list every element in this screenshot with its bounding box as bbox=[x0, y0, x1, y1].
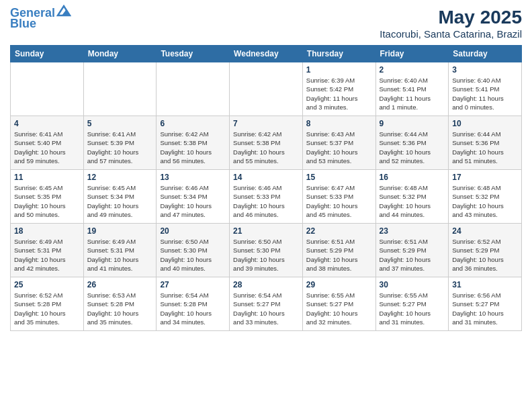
day-number: 29 bbox=[306, 280, 372, 289]
day-number: 19 bbox=[87, 226, 153, 236]
col-sunday: Sunday bbox=[11, 46, 84, 62]
day-info: Sunrise: 6:56 AM Sunset: 5:27 PM Dayligh… bbox=[452, 291, 518, 326]
calendar-cell: 25Sunrise: 6:52 AM Sunset: 5:28 PM Dayli… bbox=[11, 277, 84, 331]
calendar-cell: 18Sunrise: 6:49 AM Sunset: 5:31 PM Dayli… bbox=[11, 224, 84, 277]
col-thursday: Thursday bbox=[302, 46, 375, 62]
calendar-cell: 7Sunrise: 6:42 AM Sunset: 5:38 PM Daylig… bbox=[230, 116, 303, 170]
day-number: 12 bbox=[87, 173, 153, 182]
calendar-cell: 14Sunrise: 6:46 AM Sunset: 5:33 PM Dayli… bbox=[230, 170, 303, 224]
day-info: Sunrise: 6:46 AM Sunset: 5:34 PM Dayligh… bbox=[160, 183, 226, 219]
col-wednesday: Wednesday bbox=[230, 46, 303, 62]
day-number: 23 bbox=[380, 226, 445, 236]
day-number: 31 bbox=[452, 280, 518, 289]
calendar-title: May 2025 bbox=[380, 7, 522, 28]
calendar-cell: 19Sunrise: 6:49 AM Sunset: 5:31 PM Dayli… bbox=[83, 224, 157, 277]
day-info: Sunrise: 6:46 AM Sunset: 5:33 PM Dayligh… bbox=[233, 183, 299, 219]
day-number: 2 bbox=[380, 65, 445, 75]
day-number: 10 bbox=[452, 119, 518, 128]
calendar-cell: 31Sunrise: 6:56 AM Sunset: 5:27 PM Dayli… bbox=[449, 277, 522, 331]
day-number: 22 bbox=[306, 226, 372, 236]
day-info: Sunrise: 6:50 AM Sunset: 5:30 PM Dayligh… bbox=[160, 237, 226, 273]
calendar-cell: 6Sunrise: 6:42 AM Sunset: 5:38 PM Daylig… bbox=[157, 116, 230, 170]
day-info: Sunrise: 6:54 AM Sunset: 5:27 PM Dayligh… bbox=[233, 291, 299, 326]
day-info: Sunrise: 6:49 AM Sunset: 5:31 PM Dayligh… bbox=[14, 237, 80, 273]
day-number: 30 bbox=[380, 280, 445, 289]
calendar-cell: 4Sunrise: 6:41 AM Sunset: 5:40 PM Daylig… bbox=[11, 116, 84, 170]
day-info: Sunrise: 6:44 AM Sunset: 5:36 PM Dayligh… bbox=[380, 130, 445, 165]
day-info: Sunrise: 6:50 AM Sunset: 5:30 PM Dayligh… bbox=[233, 237, 299, 273]
calendar-cell: 29Sunrise: 6:55 AM Sunset: 5:27 PM Dayli… bbox=[302, 277, 375, 331]
page-container: General Blue May 2025 Itacorubi, Santa C… bbox=[0, 0, 532, 411]
day-number: 20 bbox=[160, 226, 226, 236]
calendar-cell: 23Sunrise: 6:51 AM Sunset: 5:29 PM Dayli… bbox=[375, 224, 449, 277]
calendar-cell: 16Sunrise: 6:48 AM Sunset: 5:32 PM Dayli… bbox=[375, 170, 449, 224]
day-info: Sunrise: 6:51 AM Sunset: 5:29 PM Dayligh… bbox=[380, 237, 445, 273]
calendar-cell: 13Sunrise: 6:46 AM Sunset: 5:34 PM Dayli… bbox=[157, 170, 230, 224]
day-number: 27 bbox=[160, 280, 226, 289]
calendar-cell: 1Sunrise: 6:39 AM Sunset: 5:42 PM Daylig… bbox=[302, 62, 375, 116]
calendar-cell: 3Sunrise: 6:40 AM Sunset: 5:41 PM Daylig… bbox=[449, 62, 522, 116]
day-info: Sunrise: 6:43 AM Sunset: 5:37 PM Dayligh… bbox=[306, 130, 372, 165]
day-number: 11 bbox=[14, 173, 80, 182]
col-friday: Friday bbox=[375, 46, 449, 62]
day-number: 17 bbox=[452, 173, 518, 182]
day-number: 28 bbox=[233, 280, 299, 289]
day-number: 1 bbox=[306, 65, 372, 75]
logo-icon bbox=[56, 5, 71, 17]
day-info: Sunrise: 6:44 AM Sunset: 5:36 PM Dayligh… bbox=[452, 130, 518, 165]
calendar-cell: 24Sunrise: 6:52 AM Sunset: 5:29 PM Dayli… bbox=[449, 224, 522, 277]
day-info: Sunrise: 6:55 AM Sunset: 5:27 PM Dayligh… bbox=[380, 291, 445, 326]
day-number: 3 bbox=[452, 65, 518, 75]
day-number: 8 bbox=[306, 119, 372, 128]
calendar-cell: 17Sunrise: 6:48 AM Sunset: 5:32 PM Dayli… bbox=[449, 170, 522, 224]
calendar-cell: 12Sunrise: 6:45 AM Sunset: 5:34 PM Dayli… bbox=[83, 170, 157, 224]
calendar-cell: 5Sunrise: 6:41 AM Sunset: 5:39 PM Daylig… bbox=[83, 116, 157, 170]
day-number: 16 bbox=[380, 173, 445, 182]
calendar-cell: 26Sunrise: 6:53 AM Sunset: 5:28 PM Dayli… bbox=[83, 277, 157, 331]
day-number: 13 bbox=[160, 173, 226, 182]
calendar-cell bbox=[11, 62, 84, 116]
calendar-cell: 15Sunrise: 6:47 AM Sunset: 5:33 PM Dayli… bbox=[302, 170, 375, 224]
day-info: Sunrise: 6:40 AM Sunset: 5:41 PM Dayligh… bbox=[380, 76, 445, 111]
day-number: 24 bbox=[452, 226, 518, 236]
day-info: Sunrise: 6:41 AM Sunset: 5:39 PM Dayligh… bbox=[87, 130, 153, 165]
calendar-cell bbox=[157, 62, 230, 116]
day-info: Sunrise: 6:51 AM Sunset: 5:29 PM Dayligh… bbox=[306, 237, 372, 273]
calendar-cell: 30Sunrise: 6:55 AM Sunset: 5:27 PM Dayli… bbox=[375, 277, 449, 331]
day-info: Sunrise: 6:39 AM Sunset: 5:42 PM Dayligh… bbox=[306, 76, 372, 111]
day-number: 15 bbox=[306, 173, 372, 182]
day-info: Sunrise: 6:42 AM Sunset: 5:38 PM Dayligh… bbox=[233, 130, 299, 165]
calendar-cell: 21Sunrise: 6:50 AM Sunset: 5:30 PM Dayli… bbox=[230, 224, 303, 277]
day-info: Sunrise: 6:41 AM Sunset: 5:40 PM Dayligh… bbox=[14, 130, 80, 165]
calendar-week-5: 25Sunrise: 6:52 AM Sunset: 5:28 PM Dayli… bbox=[11, 277, 522, 331]
day-number: 4 bbox=[14, 119, 80, 128]
calendar-week-1: 1Sunrise: 6:39 AM Sunset: 5:42 PM Daylig… bbox=[11, 62, 522, 116]
day-number: 21 bbox=[233, 226, 299, 236]
calendar-week-3: 11Sunrise: 6:45 AM Sunset: 5:35 PM Dayli… bbox=[11, 170, 522, 224]
day-info: Sunrise: 6:52 AM Sunset: 5:28 PM Dayligh… bbox=[14, 291, 80, 326]
day-number: 6 bbox=[160, 119, 226, 128]
calendar-week-4: 18Sunrise: 6:49 AM Sunset: 5:31 PM Dayli… bbox=[11, 224, 522, 277]
calendar-week-2: 4Sunrise: 6:41 AM Sunset: 5:40 PM Daylig… bbox=[11, 116, 522, 170]
day-info: Sunrise: 6:40 AM Sunset: 5:41 PM Dayligh… bbox=[452, 76, 518, 111]
calendar-cell bbox=[83, 62, 157, 116]
calendar-table: Sunday Monday Tuesday Wednesday Thursday… bbox=[10, 45, 522, 331]
day-info: Sunrise: 6:42 AM Sunset: 5:38 PM Dayligh… bbox=[160, 130, 226, 165]
day-info: Sunrise: 6:55 AM Sunset: 5:27 PM Dayligh… bbox=[306, 291, 372, 326]
calendar-cell: 22Sunrise: 6:51 AM Sunset: 5:29 PM Dayli… bbox=[302, 224, 375, 277]
day-info: Sunrise: 6:49 AM Sunset: 5:31 PM Dayligh… bbox=[87, 237, 153, 273]
col-tuesday: Tuesday bbox=[157, 46, 230, 62]
day-info: Sunrise: 6:54 AM Sunset: 5:28 PM Dayligh… bbox=[160, 291, 226, 326]
calendar-subtitle: Itacorubi, Santa Catarina, Brazil bbox=[380, 28, 522, 40]
day-info: Sunrise: 6:53 AM Sunset: 5:28 PM Dayligh… bbox=[87, 291, 153, 326]
calendar-cell: 2Sunrise: 6:40 AM Sunset: 5:41 PM Daylig… bbox=[375, 62, 449, 116]
title-section: May 2025 Itacorubi, Santa Catarina, Braz… bbox=[380, 7, 522, 40]
calendar-cell: 10Sunrise: 6:44 AM Sunset: 5:36 PM Dayli… bbox=[449, 116, 522, 170]
day-info: Sunrise: 6:45 AM Sunset: 5:35 PM Dayligh… bbox=[14, 183, 80, 219]
calendar-header-row: Sunday Monday Tuesday Wednesday Thursday… bbox=[11, 46, 522, 62]
day-info: Sunrise: 6:47 AM Sunset: 5:33 PM Dayligh… bbox=[306, 183, 372, 219]
day-info: Sunrise: 6:52 AM Sunset: 5:29 PM Dayligh… bbox=[452, 237, 518, 273]
calendar-cell: 8Sunrise: 6:43 AM Sunset: 5:37 PM Daylig… bbox=[302, 116, 375, 170]
calendar-cell bbox=[230, 62, 303, 116]
day-info: Sunrise: 6:48 AM Sunset: 5:32 PM Dayligh… bbox=[452, 183, 518, 219]
